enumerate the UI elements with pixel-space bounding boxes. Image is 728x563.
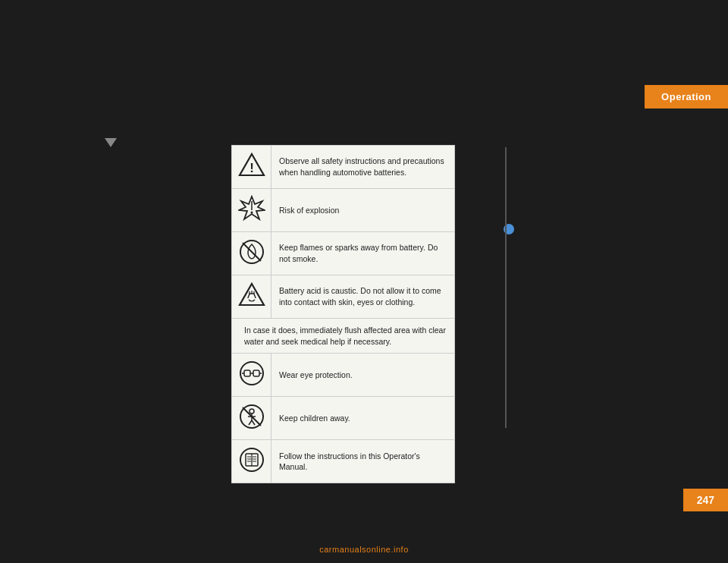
safety-text-3: Keep flames or sparks away from battery.… [271, 232, 455, 275]
table-row: ! Observe all safety instructions and pr… [232, 146, 455, 189]
watermark: carmanualsonline.info [319, 545, 409, 554]
svg-line-20 [252, 420, 255, 425]
svg-point-4 [250, 212, 253, 214]
manual-icon [238, 446, 265, 473]
table-row: Wear eye protection. [232, 354, 455, 397]
icon-cell-acid [232, 275, 271, 319]
table-row: Risk of explosion [232, 189, 455, 232]
svg-marker-7 [240, 284, 264, 305]
table-row: Follow the instructions in this Operator… [232, 440, 455, 483]
operation-tab: Operation [645, 85, 728, 109]
table-row: Keep flames or sparks away from battery.… [232, 232, 455, 275]
warning-triangle-icon: ! [238, 152, 265, 179]
safety-text-1: Observe all safety instructions and prec… [271, 146, 455, 189]
svg-point-16 [249, 409, 254, 414]
safety-text-7: Keep children away. [271, 397, 455, 440]
page-number-tab: 247 [683, 489, 728, 511]
svg-text:!: ! [249, 161, 254, 175]
safety-text-8: Follow the instructions in this Operator… [271, 440, 455, 483]
icon-cell-children [232, 397, 271, 440]
icon-cell-manual [232, 440, 271, 483]
explosion-warning-icon [238, 195, 265, 222]
page-number: 247 [697, 494, 714, 506]
safety-text-6: Wear eye protection. [271, 354, 455, 397]
watermark-brand: manuals [332, 545, 366, 554]
safety-text-4: Battery acid is caustic. Do not allow it… [271, 275, 455, 319]
icon-cell-no-flames [232, 232, 271, 275]
watermark-prefix: car [319, 545, 332, 554]
icon-cell-eye [232, 354, 271, 397]
watermark-suffix: online.info [366, 545, 409, 554]
icon-cell-explosion [232, 189, 271, 232]
no-children-icon [238, 403, 265, 430]
table-row: Keep children away. [232, 397, 455, 440]
table-row: Battery acid is caustic. Do not allow it… [232, 275, 455, 319]
vertical-divider [505, 147, 507, 428]
safety-text-5: In case it does, immediately flush affec… [232, 319, 455, 354]
safety-text-2: Risk of explosion [271, 189, 455, 232]
operation-label: Operation [661, 91, 711, 102]
no-flames-icon [238, 238, 265, 266]
svg-rect-9 [244, 370, 250, 376]
safety-table: ! Observe all safety instructions and pr… [231, 145, 455, 483]
arrow-indicator-icon [105, 138, 117, 147]
eye-protection-icon [238, 360, 265, 387]
table-row: In case it does, immediately flush affec… [232, 319, 455, 354]
svg-rect-10 [253, 370, 259, 376]
icon-cell-warning: ! [232, 146, 271, 189]
safety-table-container: ! Observe all safety instructions and pr… [231, 145, 455, 483]
corrosive-warning-icon [238, 282, 265, 309]
svg-line-19 [249, 420, 252, 425]
